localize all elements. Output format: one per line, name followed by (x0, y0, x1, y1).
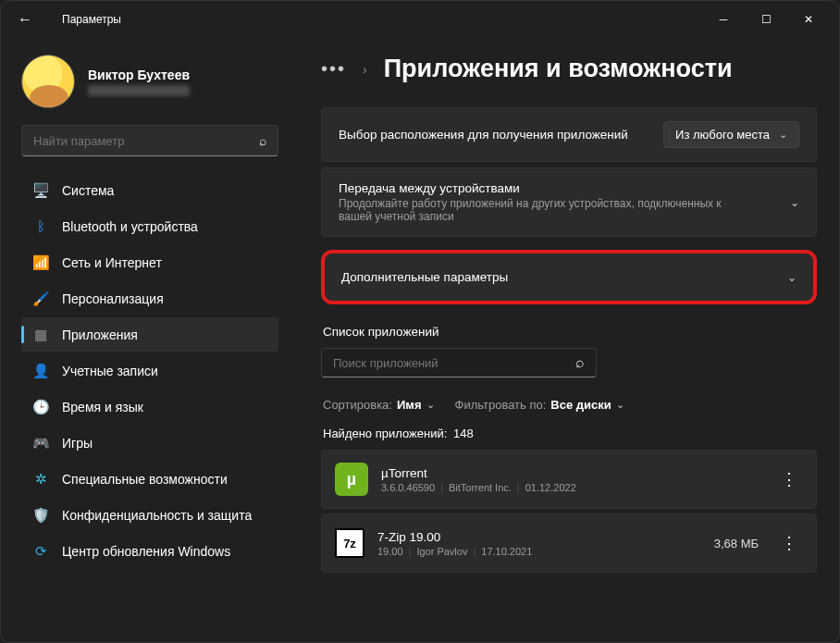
nav-icon: ✲ (32, 471, 49, 488)
chevron-down-icon: ⌄ (426, 399, 435, 411)
app-search[interactable]: ⌕ (321, 348, 597, 377)
card-subtitle: Продолжайте работу приложений на других … (339, 197, 736, 223)
app-name: µTorrent (381, 466, 759, 480)
app-meta: 3.6.0.46590|BitTorrent Inc.|01.12.2022 (381, 482, 759, 493)
window-controls: ─ ☐ ✕ (702, 5, 830, 34)
app-list: µ µTorrent 3.6.0.46590|BitTorrent Inc.|0… (321, 450, 817, 573)
app-source-dropdown[interactable]: Из любого места ⌄ (663, 121, 799, 148)
sidebar-search[interactable]: ⌕ (21, 125, 278, 156)
search-icon: ⌕ (575, 354, 585, 371)
nav-label: Конфиденциальность и защита (62, 508, 252, 523)
sidebar-item-1[interactable]: ᛒBluetooth и устройства (21, 209, 278, 243)
dropdown-value: Из любого места (675, 128, 770, 142)
nav-icon: ▦ (32, 327, 49, 343)
breadcrumb: ••• › Приложения и возможности (321, 55, 817, 83)
app-icon: µ (335, 463, 368, 496)
card-cross-device[interactable]: Передача между устройствами Продолжайте … (321, 167, 817, 237)
sidebar-item-9[interactable]: 🛡️Конфиденциальность и защита (21, 498, 278, 532)
nav-icon: 🛡️ (32, 507, 49, 524)
user-email-blurred (88, 85, 190, 96)
sidebar-item-8[interactable]: ✲Специальные возможности (21, 462, 278, 496)
nav-icon: ⟳ (32, 543, 49, 560)
sidebar-item-7[interactable]: 🎮Игры (21, 426, 278, 460)
nav-icon: 📶 (32, 254, 49, 271)
chevron-down-icon: ⌄ (779, 129, 787, 141)
search-icon: ⌕ (259, 133, 266, 148)
app-more-button[interactable]: ⋮ (775, 529, 803, 557)
chevron-down-icon: ⌄ (787, 271, 797, 284)
sidebar-item-2[interactable]: 📶Сеть и Интернет (21, 245, 278, 279)
chevron-down-icon: ⌄ (790, 196, 799, 209)
app-more-button[interactable]: ⋮ (775, 465, 803, 493)
nav-icon: 🕒 (32, 399, 49, 415)
app-size: 3,68 МБ (714, 537, 759, 550)
maximize-button[interactable]: ☐ (745, 5, 787, 34)
user-name: Виктор Бухтеев (88, 68, 190, 82)
nav-icon: 🖥️ (32, 182, 49, 199)
filter-dropdown[interactable]: Фильтровать по: Все диски ⌄ (455, 398, 624, 412)
nav-label: Игры (62, 436, 93, 451)
app-search-input[interactable] (333, 356, 575, 370)
card-additional-params[interactable]: Дополнительные параметры ⌄ (321, 250, 817, 304)
nav-icon: 👤 (32, 363, 49, 379)
app-row[interactable]: 7z 7-Zip 19.00 19.00|Igor Pavlov|17.10.2… (321, 513, 817, 573)
section-heading-apps: Список приложений (323, 325, 817, 339)
nav-icon: 🎮 (32, 435, 49, 451)
close-button[interactable]: ✕ (787, 5, 830, 34)
sidebar-item-5[interactable]: 👤Учетные записи (21, 353, 278, 388)
sidebar-item-6[interactable]: 🕒Время и язык (21, 390, 278, 424)
nav-label: Система (62, 183, 114, 198)
nav-icon: ᛒ (32, 218, 49, 235)
sidebar-item-4[interactable]: ▦Приложения (21, 317, 278, 352)
card-title: Выбор расположения для получения приложе… (339, 128, 663, 142)
app-row[interactable]: µ µTorrent 3.6.0.46590|BitTorrent Inc.|0… (321, 450, 817, 509)
card-title: Передача между устройствами (339, 181, 781, 195)
page-title: Приложения и возможности (384, 55, 733, 83)
minimize-button[interactable]: ─ (702, 5, 745, 34)
apps-found-count: Найдено приложений: 148 (323, 427, 817, 440)
nav-label: Учетные записи (62, 364, 158, 378)
content-area: ••• › Приложения и возможности Выбор рас… (290, 38, 839, 642)
app-meta: 19.00|Igor Pavlov|17.10.2021 (377, 546, 714, 557)
search-input[interactable] (33, 134, 259, 148)
nav-label: Центр обновления Windows (62, 544, 230, 559)
nav-label: Время и язык (62, 400, 143, 414)
back-button[interactable]: ← (18, 11, 45, 28)
breadcrumb-more-icon[interactable]: ••• (321, 58, 346, 80)
sidebar-item-10[interactable]: ⟳Центр обновления Windows (21, 534, 278, 568)
nav-label: Сеть и Интернет (62, 255, 162, 270)
app-icon: 7z (335, 528, 364, 558)
nav-label: Персонализация (62, 291, 164, 306)
sidebar-item-3[interactable]: 🖌️Персонализация (21, 281, 278, 315)
sort-dropdown[interactable]: Сортировка: Имя ⌄ (323, 398, 435, 412)
nav-label: Специальные возможности (62, 472, 228, 487)
user-card[interactable]: Виктор Бухтеев (21, 55, 278, 108)
chevron-right-icon: › (363, 62, 367, 77)
card-app-source[interactable]: Выбор расположения для получения приложе… (321, 107, 817, 162)
nav-icon: 🖌️ (32, 291, 49, 307)
sort-filter-row: Сортировка: Имя ⌄ Фильтровать по: Все ди… (323, 398, 817, 412)
app-name: 7-Zip 19.00 (377, 530, 714, 544)
sidebar: Виктор Бухтеев ⌕ 🖥️СистемаᛒBluetooth и у… (1, 38, 290, 642)
title-bar: ← Параметры ─ ☐ ✕ (1, 1, 839, 38)
chevron-down-icon: ⌄ (616, 399, 624, 411)
nav-label: Приложения (62, 328, 138, 342)
sidebar-item-0[interactable]: 🖥️Система (21, 173, 278, 207)
nav-label: Bluetooth и устройства (62, 219, 198, 234)
window-caption: Параметры (62, 13, 121, 26)
nav-list: 🖥️СистемаᛒBluetooth и устройства📶Сеть и … (21, 173, 278, 568)
card-title: Дополнительные параметры (341, 270, 508, 284)
avatar (21, 55, 75, 108)
